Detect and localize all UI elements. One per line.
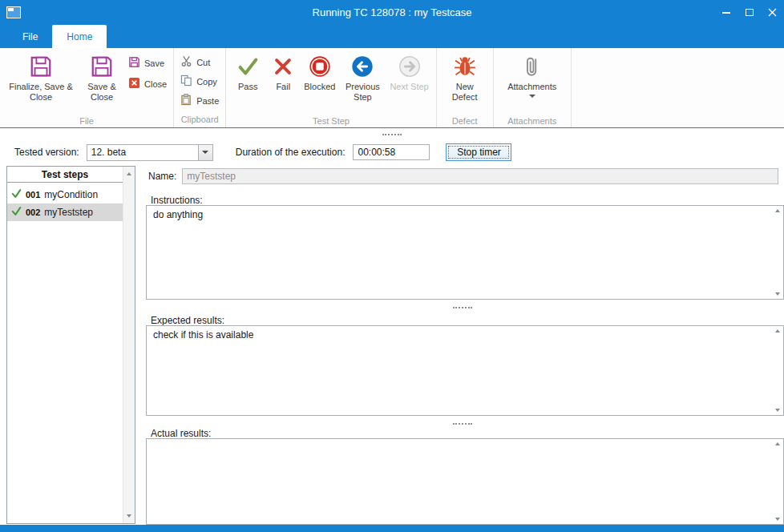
clipboard-icon <box>180 94 192 107</box>
grip-dots-icon <box>453 423 472 425</box>
step-number: 001 <box>26 190 40 200</box>
duration-input[interactable] <box>353 144 430 160</box>
tested-version-dropdown-button[interactable] <box>198 145 212 160</box>
expected-results-textarea[interactable]: check if this is available <box>146 325 784 416</box>
maximize-button[interactable] <box>738 0 761 25</box>
name-input[interactable] <box>182 168 778 184</box>
instructions-text: do anything <box>147 206 783 224</box>
button-label: Previous Step <box>341 82 383 103</box>
chevron-down-icon[interactable] <box>529 95 535 98</box>
scroll-up-button[interactable] <box>123 168 135 179</box>
button-label: Next Step <box>390 82 428 92</box>
save-button[interactable]: Save <box>128 56 167 70</box>
gray-right-arrow-circle-icon <box>398 54 422 79</box>
paste-button[interactable]: Paste <box>180 94 219 107</box>
green-check-icon <box>236 54 260 79</box>
section-splitter[interactable] <box>141 302 784 312</box>
next-step-button[interactable]: Next Step <box>386 50 431 115</box>
test-steps-list: 001 myCondition 002 myTeststep <box>7 183 123 221</box>
actual-results-textarea[interactable] <box>146 438 784 525</box>
ribbon-splitter[interactable] <box>0 129 784 139</box>
button-label: Finalize, Save & Close <box>7 82 75 103</box>
arrow-up-icon[interactable] <box>775 442 780 445</box>
ribbon-group-attachments: Attachments Attachments <box>494 48 572 127</box>
group-label-attachments: Attachments <box>494 115 571 129</box>
fail-button[interactable]: Fail <box>265 50 301 115</box>
paperclip-icon <box>522 54 543 79</box>
window-bottom-border <box>0 525 784 532</box>
scissors-icon <box>180 55 192 69</box>
button-label: Paste <box>196 96 219 106</box>
step-detail-form: Name: Instructions: do anything Expected… <box>141 166 784 525</box>
arrow-up-icon[interactable] <box>775 209 780 212</box>
floppy-disk-icon <box>29 54 53 79</box>
maximize-icon <box>746 9 754 16</box>
actual-results-text <box>147 439 783 445</box>
window-controls <box>714 0 784 25</box>
arrow-up-icon <box>127 172 131 175</box>
button-label: Save <box>144 58 164 68</box>
minimize-icon <box>722 12 730 14</box>
expected-results-label: Expected results: <box>151 315 224 326</box>
blue-left-arrow-circle-icon <box>350 54 374 79</box>
section-splitter[interactable] <box>141 418 784 429</box>
attachments-button[interactable]: Attachments <box>498 50 567 115</box>
arrow-up-icon[interactable] <box>775 329 780 332</box>
floppy-disk-small-icon <box>128 56 140 70</box>
test-steps-panel: Test steps 001 myCondition 002 myTestste… <box>6 166 135 524</box>
arrow-down-icon[interactable] <box>775 518 780 521</box>
button-label: Blocked <box>304 82 335 92</box>
button-label: Cut <box>196 58 210 67</box>
test-step-row-selected[interactable]: 002 myTeststep <box>7 204 123 221</box>
test-step-row[interactable]: 001 myCondition <box>7 186 123 204</box>
chevron-down-icon <box>202 151 208 154</box>
main-content: Test steps 001 myCondition 002 myTestste… <box>0 166 784 525</box>
close-document-button[interactable]: Close <box>128 77 167 91</box>
red-stop-circle-icon <box>308 54 332 79</box>
red-x-icon <box>272 54 294 79</box>
step-name: myCondition <box>44 189 98 200</box>
minimize-button[interactable] <box>714 0 738 25</box>
previous-step-button[interactable]: Previous Step <box>338 50 386 115</box>
tab-file[interactable]: File <box>8 25 52 48</box>
copy-button[interactable]: Copy <box>180 75 219 88</box>
ribbon-tab-bar: File Home <box>0 25 784 48</box>
close-window-button[interactable] <box>761 0 784 25</box>
grip-dots-icon <box>453 307 472 308</box>
step-check-icon <box>11 189 22 200</box>
instructions-label: Instructions: <box>151 195 203 206</box>
stop-timer-button[interactable]: Stop timer <box>446 143 511 161</box>
new-defect-button[interactable]: New Defect <box>441 50 489 115</box>
save-and-close-button[interactable]: Save & Close <box>78 50 126 115</box>
steps-scrollbar[interactable] <box>123 167 135 523</box>
step-check-icon <box>11 207 22 218</box>
blocked-button[interactable]: Blocked <box>301 50 338 115</box>
button-label: Close <box>144 79 167 89</box>
group-label-defect: Defect <box>437 115 493 129</box>
group-label-test-step: Test Step <box>226 115 435 129</box>
grip-dots-icon <box>382 134 402 135</box>
ribbon-group-test-step: Pass Fail Blocked <box>226 48 436 127</box>
arrow-down-icon[interactable] <box>775 292 780 296</box>
tested-version-label: Tested version: <box>14 147 79 158</box>
expected-results-text: check if this is available <box>147 326 783 344</box>
close-icon <box>768 8 777 17</box>
button-label: Pass <box>238 82 257 92</box>
title-bar: Running TC 128078 : my Testcase <box>0 0 784 25</box>
finalize-save-close-button[interactable]: Finalize, Save & Close <box>4 50 78 115</box>
tested-version-select[interactable]: 12. beta <box>87 144 213 161</box>
cut-button[interactable]: Cut <box>180 55 219 69</box>
app-window: Running TC 128078 : my Testcase File Hom… <box>0 0 784 532</box>
floppy-disk-icon <box>90 54 114 79</box>
instructions-textarea[interactable]: do anything <box>146 205 784 300</box>
arrow-down-icon[interactable] <box>775 409 780 412</box>
pass-button[interactable]: Pass <box>230 50 265 115</box>
pages-icon <box>180 75 192 88</box>
scroll-down-button[interactable] <box>123 510 135 522</box>
tab-home[interactable]: Home <box>52 25 107 48</box>
ribbon: Finalize, Save & Close Save & Close Save <box>0 48 784 128</box>
button-label: Fail <box>276 82 290 92</box>
arrow-down-icon <box>127 514 131 518</box>
file-group-small-buttons: Save Close <box>126 50 169 91</box>
bug-icon <box>453 54 477 79</box>
